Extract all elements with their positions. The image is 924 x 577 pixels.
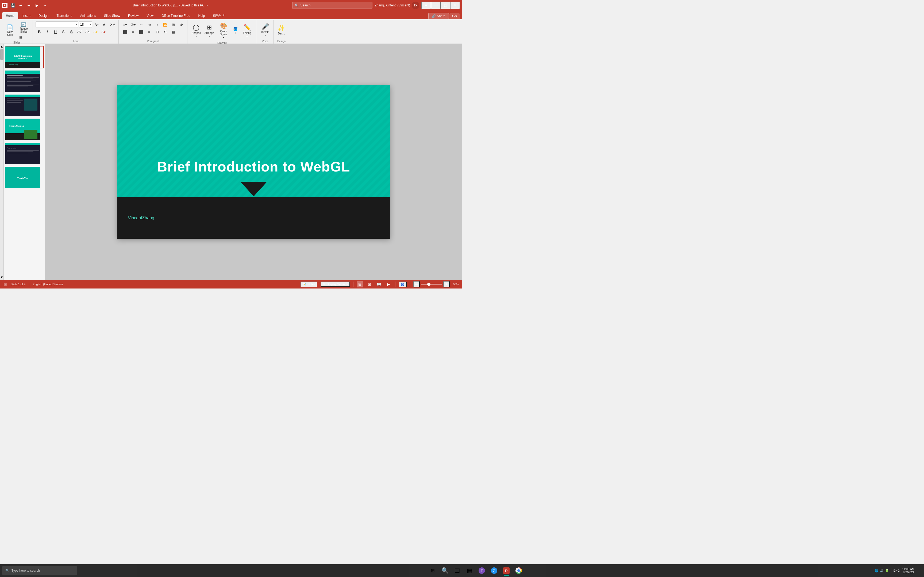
- tab-slideshow[interactable]: Slide Show: [100, 12, 124, 19]
- search-box[interactable]: 🔍 Search: [292, 2, 372, 9]
- editing-button[interactable]: ✏️ Editing ▾: [240, 23, 255, 39]
- slide-sorter-button[interactable]: ⊞: [366, 281, 373, 287]
- align-center-button[interactable]: ≡: [129, 29, 137, 35]
- tab-design[interactable]: Design: [35, 12, 52, 19]
- tab-help[interactable]: Help: [194, 12, 208, 19]
- scroll-thumb[interactable]: [0, 49, 3, 60]
- svg-rect-20: [5, 95, 40, 97]
- shape-fill-button[interactable]: 🪣 ▾: [231, 26, 239, 35]
- svg-rect-34: [7, 153, 28, 153]
- slide-thumb-3[interactable]: 3: [5, 94, 44, 116]
- svg-text:Programming: Programming: [7, 147, 16, 149]
- design-ideas-label: Design: [277, 39, 286, 44]
- italic-button[interactable]: I: [44, 29, 51, 35]
- voice-group-label: Voice: [262, 39, 268, 44]
- tab-review[interactable]: Review: [124, 12, 142, 19]
- undo-arrow-button[interactable]: ↪: [25, 2, 32, 9]
- zoom-slider[interactable]: [421, 284, 442, 285]
- text-direction-button[interactable]: ⟳: [178, 21, 185, 28]
- align-left-button[interactable]: ⬛: [121, 29, 129, 35]
- numbering-button[interactable]: ①▾: [129, 21, 137, 28]
- notes-button[interactable]: 📝 Notes: [300, 282, 317, 287]
- font-size-selector[interactable]: 18 ▾: [79, 21, 92, 28]
- smartart-button[interactable]: ▦: [170, 29, 177, 35]
- spacing-button[interactable]: AV: [76, 29, 83, 35]
- slide-thumb-5[interactable]: 5 Programming: [5, 142, 44, 164]
- accessibility-button[interactable]: ♿: [399, 282, 407, 287]
- line-spacing-button[interactable]: ↕: [153, 21, 161, 28]
- title-bar-right: 🔍 Search Zhang, Xinfeng (Vincent) ZX ≡ —…: [292, 2, 460, 9]
- zoom-thumb[interactable]: [427, 283, 430, 286]
- dictate-button[interactable]: 🎤 Dictate ▾: [260, 22, 271, 38]
- svg-text:P: P: [4, 4, 6, 7]
- chevron-divider: [241, 182, 267, 197]
- ribbon-display-button[interactable]: ≡: [422, 2, 431, 9]
- align-right-button[interactable]: ⬛: [137, 29, 145, 35]
- slide-thumb-1[interactable]: 1 Brief Introduction to WebGL VincentZha…: [5, 46, 44, 68]
- tab-animations[interactable]: Animations: [76, 12, 100, 19]
- user-info: Zhang, Xinfeng (Vincent) ZX: [375, 2, 419, 9]
- slide-thumb-4[interactable]: 4 Simple/Materials: [5, 118, 44, 140]
- shadow-button[interactable]: S: [68, 29, 75, 35]
- tab-office-timeline[interactable]: Office Timeline Free: [158, 12, 194, 19]
- case-button[interactable]: Aa: [84, 29, 91, 35]
- minimize-button[interactable]: —: [431, 2, 441, 9]
- slide-thumb-6[interactable]: 6 Thank You: [5, 166, 44, 189]
- shapes-button[interactable]: ◯ Shapes ▾: [190, 23, 202, 39]
- justify-button[interactable]: ≡: [145, 29, 153, 35]
- font-group-label: Font: [73, 39, 79, 44]
- tab-cor[interactable]: Cor: [449, 13, 460, 19]
- reading-view-button[interactable]: 📖: [376, 281, 382, 287]
- svg-rect-12: [7, 77, 39, 78]
- convert-smartart-button[interactable]: 🔀: [162, 21, 169, 28]
- quick-styles-button[interactable]: 🎨 QuickStyles ▾: [216, 21, 231, 40]
- zoom-out-button[interactable]: —: [414, 281, 420, 287]
- tab-view[interactable]: View: [143, 12, 157, 19]
- font-color-button[interactable]: A▾: [100, 29, 107, 35]
- tab-foxit[interactable]: 福昕PDF: [209, 11, 229, 19]
- undo-button[interactable]: ↩: [17, 2, 24, 9]
- underline-button[interactable]: U: [52, 29, 59, 35]
- from-beginning-button[interactable]: ▶: [33, 2, 40, 9]
- arrange-button[interactable]: ⊞ Arrange ▾: [203, 23, 216, 39]
- font-grow-button[interactable]: A+: [93, 21, 100, 28]
- tab-home[interactable]: Home: [2, 12, 18, 19]
- slideshow-view-button[interactable]: ▶: [386, 281, 392, 287]
- share-button[interactable]: 🔗 Share: [428, 13, 449, 19]
- font-name-selector[interactable]: ▾: [36, 21, 78, 28]
- normal-view-button[interactable]: ⊟: [357, 281, 363, 287]
- reuse-slides-button[interactable]: 🔄 ReuseSlides: [17, 21, 31, 34]
- close-button[interactable]: ✕: [450, 2, 460, 9]
- slide-teal-section: Brief Introduction to WebGL: [117, 85, 390, 197]
- columns-button[interactable]: ⊟: [153, 29, 161, 35]
- title-bar-left: P 💾 ↩ ↪ ▶ ▾: [2, 2, 48, 9]
- increase-indent-button[interactable]: ⇥: [145, 21, 153, 28]
- display-settings-button[interactable]: 🖥 Display Settings: [321, 282, 350, 287]
- add-column-button[interactable]: ⊞: [170, 21, 177, 28]
- document-title: Brief Introduction to WebGL.p... - Saved…: [51, 3, 290, 7]
- scroll-up-button[interactable]: ▲: [0, 44, 4, 49]
- save-button[interactable]: 💾: [9, 2, 16, 9]
- designer-button[interactable]: ✨ Des...: [276, 24, 287, 36]
- decrease-indent-button[interactable]: ⇤: [137, 21, 145, 28]
- clear-formatting-button[interactable]: ✕A: [109, 21, 116, 28]
- bold-button[interactable]: B: [36, 29, 43, 35]
- avatar: ZX: [412, 2, 419, 9]
- restore-button[interactable]: □: [441, 2, 450, 9]
- zoom-in-button[interactable]: +: [443, 281, 450, 287]
- highlight-button[interactable]: A▾: [92, 29, 99, 35]
- slide-thumb-2[interactable]: 2: [5, 70, 44, 92]
- text-shadow2-button[interactable]: S: [162, 29, 169, 35]
- font-shrink-button[interactable]: A-: [101, 21, 108, 28]
- svg-rect-33: [7, 152, 34, 152]
- language-status: English (United States): [32, 283, 63, 286]
- strikethrough-button[interactable]: S: [60, 29, 67, 35]
- tab-transitions[interactable]: Transitions: [53, 12, 76, 19]
- scroll-down-button[interactable]: ▼: [0, 275, 4, 280]
- new-slide-button[interactable]: 📄 NewSlide: [3, 24, 16, 37]
- layout-button[interactable]: ▦: [17, 34, 24, 40]
- tab-insert[interactable]: Insert: [19, 12, 34, 19]
- title-bar: P 💾 ↩ ↪ ▶ ▾ Brief Introduction to WebGL.…: [0, 0, 462, 11]
- customize-button[interactable]: ▾: [41, 2, 48, 9]
- bullets-button[interactable]: ≡▾: [121, 21, 129, 28]
